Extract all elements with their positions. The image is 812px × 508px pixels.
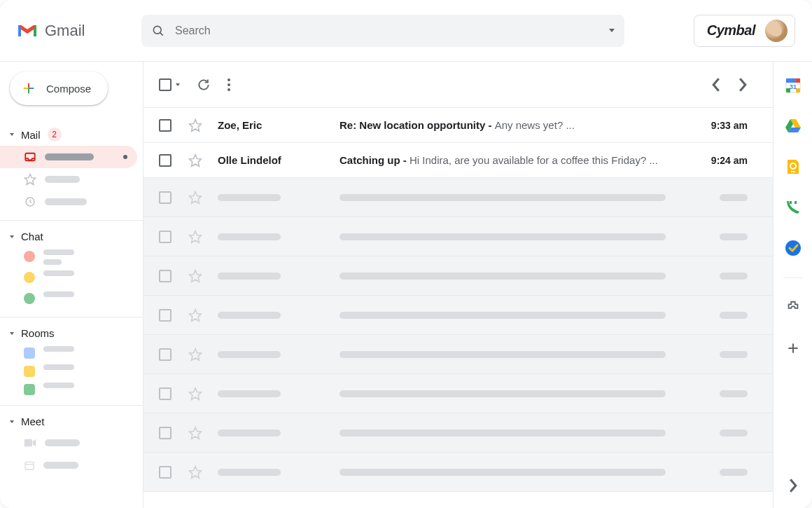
svg-marker-18: [190, 309, 202, 321]
nav-section-meet: Meet: [0, 406, 143, 483]
star-icon: [188, 465, 208, 479]
svg-marker-16: [190, 231, 202, 242]
refresh-button[interactable]: [197, 78, 211, 92]
app-window: Gmail Cymbal: [0, 0, 812, 508]
app-body: Compose Mail 2: [0, 62, 812, 508]
meet-join-meeting[interactable]: [0, 454, 143, 476]
inbox-icon: [24, 151, 36, 163]
main-pane: Zoe, Eric Re: New location opportunity -…: [144, 62, 773, 508]
tasks-app-icon[interactable]: [785, 240, 802, 256]
nav-head-rooms[interactable]: Rooms: [0, 323, 143, 343]
email-row-placeholder: [144, 217, 773, 256]
nav-item-inbox[interactable]: [0, 146, 137, 168]
nav-item-starred[interactable]: [0, 168, 143, 191]
star-icon[interactable]: [188, 118, 208, 132]
placeholder-bar: [720, 469, 748, 476]
logo-block[interactable]: Gmail: [17, 22, 129, 40]
email-row-placeholder: [144, 256, 773, 296]
chevron-down-icon: [10, 420, 14, 423]
room-color-chip: [24, 384, 35, 395]
add-icon[interactable]: [785, 340, 802, 357]
email-subject-line: Catching up - Hi Indira, are you availab…: [340, 154, 701, 166]
contacts-app-icon[interactable]: [785, 199, 802, 216]
placeholder-bar: [218, 312, 281, 319]
more-menu-button[interactable]: [227, 78, 230, 91]
svg-text:31: 31: [789, 83, 796, 90]
chat-item[interactable]: [0, 289, 143, 310]
room-color-chip: [24, 348, 35, 359]
older-button[interactable]: [711, 78, 721, 92]
chevron-down-icon: [176, 83, 180, 86]
nav-head-mail[interactable]: Mail 2: [0, 123, 143, 146]
placeholder-bar: [45, 176, 80, 183]
video-icon: [24, 438, 36, 448]
nav-label-rooms: Rooms: [21, 327, 55, 339]
nav-label-chat: Chat: [21, 231, 43, 242]
compose-button[interactable]: Compose: [10, 71, 108, 105]
placeholder-bar: [218, 273, 281, 280]
placeholder-bar: [720, 390, 748, 397]
checkbox-icon: [159, 387, 172, 400]
placeholder-bar: [218, 194, 281, 201]
hide-side-panel-icon[interactable]: [785, 477, 802, 494]
addons-icon[interactable]: [785, 299, 802, 316]
presence-dot: [24, 272, 35, 283]
account-avatar[interactable]: [765, 20, 788, 42]
chevron-down-icon: [10, 133, 14, 136]
placeholder-bar: [340, 233, 666, 240]
room-item[interactable]: [0, 343, 143, 362]
email-row[interactable]: Zoe, Eric Re: New location opportunity -…: [144, 108, 773, 143]
room-item[interactable]: [0, 380, 143, 398]
nav-head-chat[interactable]: Chat: [0, 226, 143, 247]
rail-separator: [783, 277, 803, 278]
placeholder-bar: [720, 194, 748, 201]
svg-marker-22: [190, 466, 202, 478]
drive-app-icon[interactable]: [785, 118, 802, 135]
email-row-placeholder: [144, 374, 773, 413]
email-time: 9:24 am: [711, 155, 748, 166]
placeholder-bar: [720, 312, 748, 319]
star-icon: [188, 230, 208, 244]
svg-marker-20: [190, 387, 202, 399]
checkbox-icon: [159, 270, 172, 282]
chat-item[interactable]: [0, 268, 143, 289]
room-item[interactable]: [0, 362, 143, 380]
clock-icon: [24, 195, 36, 208]
svg-line-1: [160, 32, 163, 35]
search-options-caret-icon[interactable]: [609, 29, 615, 32]
nav-item-snoozed[interactable]: [0, 191, 143, 213]
meet-new-meeting[interactable]: [0, 432, 143, 454]
search-input[interactable]: [175, 25, 599, 37]
side-rail: 31: [773, 62, 812, 508]
svg-rect-9: [24, 439, 32, 447]
app-name: Gmail: [45, 22, 85, 40]
search-bar[interactable]: [141, 15, 624, 47]
placeholder-bar: [218, 233, 281, 240]
select-all-control[interactable]: [159, 78, 180, 91]
placeholder-bar: [43, 462, 78, 469]
newer-button[interactable]: [738, 78, 748, 92]
row-checkbox[interactable]: [159, 119, 172, 132]
email-list: Zoe, Eric Re: New location opportunity -…: [144, 108, 773, 508]
email-sender: Zoe, Eric: [218, 119, 330, 131]
svg-rect-33: [791, 171, 795, 172]
chat-item[interactable]: [0, 247, 143, 268]
email-row[interactable]: Olle Lindelof Catching up - Hi Indira, a…: [144, 143, 773, 178]
nav-label-meet: Meet: [21, 416, 44, 427]
row-checkbox[interactable]: [159, 154, 172, 167]
nav-head-meet[interactable]: Meet: [0, 411, 143, 432]
star-icon[interactable]: [188, 153, 208, 167]
nav-label-mail: Mail: [21, 129, 41, 141]
placeholder-bar: [340, 312, 666, 319]
placeholder-bar: [340, 351, 666, 358]
account-chip[interactable]: Cymbal: [694, 15, 795, 47]
svg-point-35: [785, 240, 801, 256]
mail-unread-badge: 2: [48, 128, 62, 142]
compose-label: Compose: [46, 83, 91, 95]
placeholder-bar: [340, 273, 666, 280]
keep-app-icon[interactable]: [785, 158, 802, 175]
placeholder-lines: [43, 346, 74, 352]
presence-dot: [24, 251, 35, 262]
svg-rect-26: [796, 78, 800, 83]
calendar-app-icon[interactable]: 31: [785, 77, 802, 94]
